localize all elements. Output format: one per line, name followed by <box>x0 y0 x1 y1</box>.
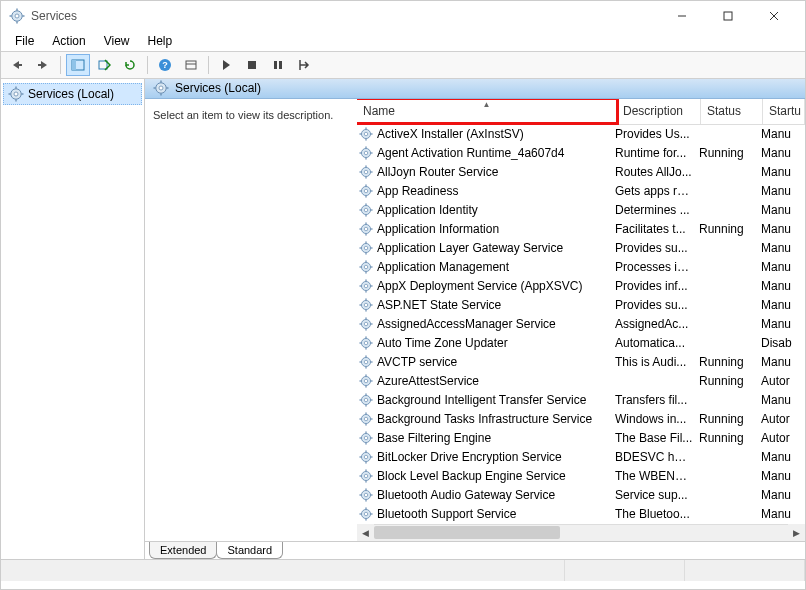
column-header-startup[interactable]: Startu <box>763 99 805 124</box>
forward-button[interactable] <box>31 54 55 76</box>
service-row[interactable]: Application InformationFacilitates t...R… <box>357 220 805 239</box>
gear-icon <box>153 80 169 96</box>
service-description: Automatica... <box>615 336 699 350</box>
details-header: Services (Local) <box>145 79 805 99</box>
refresh-button[interactable] <box>118 54 142 76</box>
service-description: Windows in... <box>615 412 699 426</box>
service-startup: Manu <box>761 469 803 483</box>
minimize-button[interactable] <box>659 1 705 31</box>
gear-icon <box>359 469 373 483</box>
scroll-left-icon[interactable]: ◀ <box>357 524 374 541</box>
service-row[interactable]: Auto Time Zone UpdaterAutomatica...Disab <box>357 334 805 353</box>
properties-button[interactable] <box>179 54 203 76</box>
service-name: ASP.NET State Service <box>377 298 615 312</box>
description-pane: Select an item to view its description. <box>145 99 357 541</box>
menu-view[interactable]: View <box>96 32 138 50</box>
toolbar: ? <box>1 51 805 79</box>
svg-rect-10 <box>19 64 22 66</box>
column-header-name[interactable]: ▲ Name <box>357 99 617 124</box>
menu-file[interactable]: File <box>7 32 42 50</box>
service-row[interactable]: Application IdentityDetermines ...Manu <box>357 201 805 220</box>
service-row[interactable]: Bluetooth Support ServiceThe Bluetoo...M… <box>357 505 805 524</box>
close-button[interactable] <box>751 1 797 31</box>
gear-icon <box>359 355 373 369</box>
service-row[interactable]: Base Filtering EngineThe Base Fil...Runn… <box>357 429 805 448</box>
gear-icon <box>359 374 373 388</box>
service-description: Facilitates t... <box>615 222 699 236</box>
service-status: Running <box>699 146 761 160</box>
export-list-button[interactable] <box>92 54 116 76</box>
svg-rect-7 <box>724 12 732 20</box>
scroll-thumb[interactable] <box>374 526 560 539</box>
start-service-button[interactable] <box>214 54 238 76</box>
service-row[interactable]: App ReadinessGets apps re...Manu <box>357 182 805 201</box>
service-row[interactable]: AzureAttestServiceRunningAutor <box>357 372 805 391</box>
service-row[interactable]: Agent Activation Runtime_4a607d4Runtime … <box>357 144 805 163</box>
svg-rect-19 <box>248 61 256 69</box>
service-startup: Manu <box>761 279 803 293</box>
service-name: Bluetooth Support Service <box>377 507 615 521</box>
service-row[interactable]: AVCTP serviceThis is Audi...RunningManu <box>357 353 805 372</box>
column-header-status[interactable]: Status <box>701 99 763 124</box>
column-headers: ▲ Name Description Status Startu <box>357 99 805 125</box>
service-description: Runtime for... <box>615 146 699 160</box>
service-startup: Manu <box>761 507 803 521</box>
service-row[interactable]: Application Layer Gateway ServiceProvide… <box>357 239 805 258</box>
service-name: Background Tasks Infrastructure Service <box>377 412 615 426</box>
gear-icon <box>8 86 24 102</box>
service-row[interactable]: Block Level Backup Engine ServiceThe WBE… <box>357 467 805 486</box>
help-button[interactable]: ? <box>153 54 177 76</box>
statusbar <box>1 559 805 581</box>
service-row[interactable]: Application ManagementProcesses in...Man… <box>357 258 805 277</box>
details-pane: Services (Local) Select an item to view … <box>145 79 805 559</box>
maximize-button[interactable] <box>705 1 751 31</box>
scroll-right-icon[interactable]: ▶ <box>788 524 805 541</box>
service-row[interactable]: Bluetooth Audio Gateway ServiceService s… <box>357 486 805 505</box>
service-description: Provides inf... <box>615 279 699 293</box>
stop-service-button[interactable] <box>240 54 264 76</box>
service-row[interactable]: BitLocker Drive Encryption ServiceBDESVC… <box>357 448 805 467</box>
show-hide-tree-button[interactable] <box>66 54 90 76</box>
menubar: File Action View Help <box>1 31 805 51</box>
service-row[interactable]: Background Intelligent Transfer ServiceT… <box>357 391 805 410</box>
service-description: Determines ... <box>615 203 699 217</box>
service-name: Application Layer Gateway Service <box>377 241 615 255</box>
service-row[interactable]: AllJoyn Router ServiceRoutes AllJo...Man… <box>357 163 805 182</box>
service-startup: Manu <box>761 260 803 274</box>
service-name: AVCTP service <box>377 355 615 369</box>
service-row[interactable]: Background Tasks Infrastructure ServiceW… <box>357 410 805 429</box>
pause-service-button[interactable] <box>266 54 290 76</box>
service-startup: Manu <box>761 355 803 369</box>
tab-extended[interactable]: Extended <box>149 542 217 559</box>
service-name: AzureAttestService <box>377 374 615 388</box>
tree-root-label: Services (Local) <box>28 87 114 101</box>
service-description: Service sup... <box>615 488 699 502</box>
column-header-description[interactable]: Description <box>617 99 701 124</box>
service-description: Gets apps re... <box>615 184 699 198</box>
view-tabs: Extended Standard <box>145 541 805 559</box>
service-name: BitLocker Drive Encryption Service <box>377 450 615 464</box>
service-startup: Manu <box>761 393 803 407</box>
service-description: The Base Fil... <box>615 431 699 445</box>
app-icon <box>9 8 25 24</box>
gear-icon <box>359 165 373 179</box>
back-button[interactable] <box>5 54 29 76</box>
service-description: This is Audi... <box>615 355 699 369</box>
service-row[interactable]: AssignedAccessManager ServiceAssignedAc.… <box>357 315 805 334</box>
svg-text:?: ? <box>162 60 168 70</box>
service-name: AssignedAccessManager Service <box>377 317 615 331</box>
service-row[interactable]: ActiveX Installer (AxInstSV)Provides Us.… <box>357 125 805 144</box>
tab-standard[interactable]: Standard <box>216 542 283 559</box>
service-row[interactable]: ASP.NET State ServiceProvides su...Manu <box>357 296 805 315</box>
gear-icon <box>359 393 373 407</box>
menu-help[interactable]: Help <box>140 32 181 50</box>
service-row[interactable]: AppX Deployment Service (AppXSVC)Provide… <box>357 277 805 296</box>
tree-root-services-local[interactable]: Services (Local) <box>3 83 142 105</box>
service-name: App Readiness <box>377 184 615 198</box>
service-startup: Manu <box>761 146 803 160</box>
service-startup: Manu <box>761 222 803 236</box>
restart-service-button[interactable] <box>292 54 316 76</box>
sort-ascending-icon: ▲ <box>483 100 491 109</box>
menu-action[interactable]: Action <box>44 32 93 50</box>
horizontal-scrollbar[interactable]: ◀ ▶ <box>357 524 805 541</box>
